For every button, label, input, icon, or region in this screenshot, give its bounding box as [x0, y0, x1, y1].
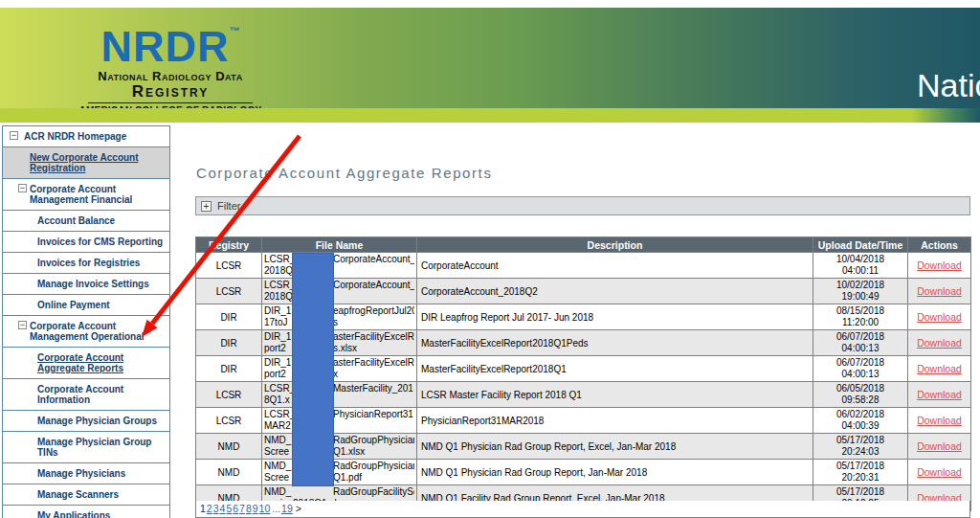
pagination-page-link[interactable]: 9 [253, 503, 258, 514]
actions-cell: Download [908, 304, 971, 330]
page-title: Corporate Account Aggregate Reports [196, 165, 493, 181]
upload-date-cell: 10/02/201819:00:49 [813, 279, 908, 304]
pagination-current-page: 1 [200, 503, 206, 514]
file-name-cell: LCSR_CorporateAccount_ 2018Q [262, 279, 417, 304]
description-cell: MasterFacilityExcelReport2018Q1 [417, 356, 813, 382]
sidebar-item-account-balance[interactable]: Account Balance [3, 210, 169, 231]
file-name-cell: NMD_RadGroupPhysician ScreeQ1.pdf [262, 460, 417, 485]
sidebar-item-manage-invoice-settings[interactable]: Manage Invoice Settings [3, 273, 169, 294]
pagination-page-link[interactable]: 4 [220, 503, 226, 514]
registry-cell: NMD [196, 460, 262, 485]
upload-date-cell: 06/05/201809:58:28 [813, 382, 908, 408]
logo-subtitle-1: National Radiology Data [75, 70, 266, 83]
sidebar-item-manage-physicians[interactable]: Manage Physicians [3, 462, 169, 484]
description-cell: DIR Leapfrog Report Jul 2017- Jun 2018 [417, 304, 813, 330]
filter-label: Filter [217, 200, 240, 212]
actions-cell: Download [908, 279, 971, 304]
registry-cell: LCSR [196, 253, 262, 279]
description-cell: LCSR Master Facility Report 2018 Q1 [417, 382, 813, 408]
pagination-next-link[interactable]: > [296, 503, 301, 514]
download-link[interactable]: Download [917, 363, 962, 374]
sidebar-item-corporate-account-information[interactable]: Corporate Account Information [3, 378, 169, 410]
file-name-cell: NMD_RadGroupPhysician ScreeQ1.xlsx [262, 434, 417, 460]
actions-cell: Download [908, 382, 971, 408]
actions-cell: Download [908, 434, 971, 460]
filter-bar[interactable]: + Filter [195, 196, 970, 215]
description-cell: NMD Q1 Physician Rad Group Report, Jan-M… [417, 460, 813, 485]
actions-cell: Download [908, 253, 971, 279]
collapse-icon[interactable]: − [18, 184, 27, 192]
sidebar-item-manage-scanners[interactable]: Manage Scanners [3, 484, 169, 505]
sidebar-item-manage-physician-groups[interactable]: Manage Physician Groups [3, 410, 169, 431]
pagination-page-link[interactable]: 2 [207, 503, 212, 514]
sidebar-nav: − ACR NRDR Homepage New Corporate Accoun… [2, 125, 170, 518]
expand-icon[interactable]: + [201, 201, 212, 212]
upload-date-cell: 05/17/201820:24:03 [813, 434, 908, 460]
sidebar-item-acr-nrdr-homepage[interactable]: − ACR NRDR Homepage [3, 126, 169, 146]
registry-cell: DIR [196, 330, 262, 356]
download-link[interactable]: Download [917, 285, 962, 297]
sidebar-item-my-applications[interactable]: My Applications [3, 505, 169, 518]
pagination-page-link[interactable]: 3 [213, 503, 219, 514]
download-link[interactable]: Download [917, 415, 962, 426]
pagination-page-link[interactable]: 10 [259, 503, 271, 514]
collapse-icon[interactable]: − [18, 321, 27, 329]
column-header-registry: Registry [196, 237, 262, 253]
sidebar-item-corporate-account-management-operational[interactable]: − Corporate Account Management Operation… [3, 315, 169, 347]
pagination-page-link[interactable]: 5 [226, 503, 232, 514]
actions-cell: Download [908, 408, 971, 434]
registry-cell: DIR [196, 356, 262, 382]
pagination-page-link[interactable]: 8 [246, 503, 252, 514]
pagination-page-link[interactable]: 19 [281, 503, 293, 514]
sidebar-item-corporate-account-aggregate-reports[interactable]: Corporate Account Aggregate Reports [3, 347, 169, 378]
registry-cell: LCSR [196, 382, 262, 408]
column-header-file-name: File Name [262, 237, 417, 253]
trademark-symbol: ™ [230, 25, 240, 36]
page: Natio NRDR™ National Radiology Data Regi… [0, 0, 980, 518]
actions-cell: Download [908, 330, 971, 356]
upload-date-cell: 08/15/201811:20:00 [813, 304, 908, 330]
file-name-cell: LCSR_CorporateAccount_ 2018Q [262, 253, 417, 279]
upload-date-cell: 06/07/201804:00:13 [813, 330, 908, 356]
actions-cell: Download [908, 356, 971, 382]
file-name-cell: LCSR_PhysicianReport31 MAR2 [262, 408, 417, 434]
pagination-ellipsis: ... [272, 503, 280, 514]
file-name-cell: DIR_1eapfrogReportJul20 17toJs [262, 304, 417, 330]
registry-cell: NMD [196, 434, 262, 460]
sidebar-item-invoices-for-registries[interactable]: Invoices for Registries [3, 252, 169, 273]
nrdr-logo: NRDR™ National Radiology Data Registry A… [75, 8, 266, 116]
pagination: 12345678910...19> [195, 501, 970, 518]
download-link[interactable]: Download [917, 311, 962, 323]
sidebar-item-invoices-for-cms-reporting[interactable]: Invoices for CMS Reporting [3, 231, 169, 252]
registry-cell: LCSR [196, 279, 262, 304]
sidebar-item-online-payment[interactable]: Online Payment [3, 294, 169, 315]
sidebar-item-corporate-account-management-financial[interactable]: − Corporate Account Management Financial [3, 178, 169, 210]
column-header-actions: Actions [908, 237, 971, 253]
sidebar-item-new-corporate-account-registration[interactable]: New Corporate Account Registration [3, 146, 169, 178]
banner-right-text: Natio [917, 67, 980, 104]
registry-cell: LCSR [196, 408, 262, 434]
logo-subtitle-2: Registry [75, 83, 266, 100]
description-cell: PhysicianReport31MAR2018 [417, 408, 813, 434]
logo-divider [88, 102, 253, 103]
download-link[interactable]: Download [917, 440, 962, 452]
upload-date-cell: 06/02/201804:00:39 [813, 408, 908, 434]
column-header-upload-date-time: Upload Date/Time [813, 237, 908, 253]
pagination-page-link[interactable]: 6 [233, 503, 238, 514]
header-accent-strip [0, 108, 980, 123]
collapse-icon[interactable]: − [10, 131, 18, 140]
description-cell: CorporateAccount [417, 253, 813, 279]
upload-date-cell: 10/04/201804:00:11 [813, 253, 908, 279]
table-header-row: Registry File Name Description Upload Da… [196, 237, 971, 253]
nrdr-logo-text: NRDR™ [75, 8, 266, 70]
download-link[interactable]: Download [917, 259, 962, 271]
download-link[interactable]: Download [917, 389, 962, 400]
download-link[interactable]: Download [917, 466, 962, 478]
download-link[interactable]: Download [917, 337, 962, 349]
pagination-page-link[interactable]: 7 [239, 503, 245, 514]
actions-cell: Download [908, 460, 971, 485]
description-cell: CorporateAccount_2018Q2 [417, 279, 813, 304]
sidebar-item-manage-physician-group-tins[interactable]: Manage Physician Group TINs [3, 431, 169, 462]
description-cell: MasterFacilityExcelReport2018Q1Peds [417, 330, 813, 356]
file-name-cell: LCSR_MasterFacility_201 8Q1.x [262, 382, 417, 408]
